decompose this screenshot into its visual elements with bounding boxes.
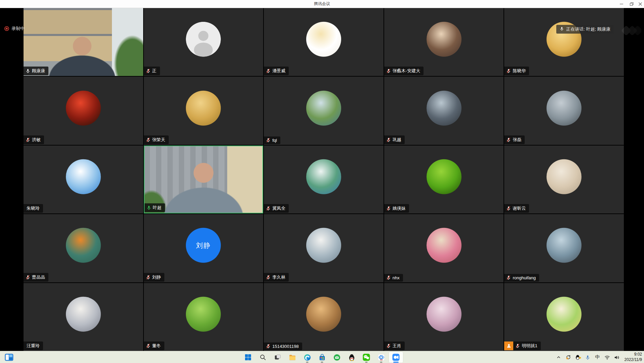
participant-name: 张荣天 <box>152 137 165 143</box>
person-badge-icon <box>504 341 513 350</box>
participant-plate: fql <box>264 136 280 144</box>
participant-nameplate: 正 <box>144 67 160 75</box>
taskbar-explorer-button[interactable] <box>285 352 300 363</box>
participant-tile[interactable]: 李久林 <box>264 214 384 282</box>
participant-nameplate: 姚侠妹 <box>384 204 409 213</box>
participant-tile[interactable]: fql <box>264 77 384 145</box>
taskbar-start-button[interactable] <box>241 352 255 363</box>
participant-plate: 15143001198 <box>264 342 302 350</box>
participant-nameplate: 朱晓玲 <box>24 204 43 213</box>
running-indicator <box>321 362 323 363</box>
recording-indicator: 录制中 <box>4 26 25 32</box>
taskbar: 中 9:02 2022/11/9 <box>0 351 644 363</box>
taskbar-clock[interactable]: 9:02 2022/11/9 <box>622 352 642 362</box>
participant-tile[interactable]: 顾康康 <box>24 8 143 76</box>
participant-tile[interactable]: 王肖 <box>384 283 504 351</box>
restore-button[interactable] <box>627 0 637 8</box>
mic-muted-icon <box>26 275 30 280</box>
participant-tile[interactable]: 正 <box>144 8 264 76</box>
explorer-icon <box>288 353 296 361</box>
participant-tile[interactable]: 15143001198 <box>264 283 384 351</box>
participant-tile[interactable]: 叶超 <box>144 146 264 213</box>
close-button[interactable] <box>637 0 644 8</box>
participant-tile[interactable]: 谢昕云 <box>504 146 624 213</box>
avatar <box>427 90 461 125</box>
taskbar-qq-button[interactable] <box>344 352 359 363</box>
minimize-button[interactable] <box>616 0 627 8</box>
tray-expand-button[interactable] <box>554 352 563 362</box>
tray-microphone-button[interactable] <box>583 352 592 362</box>
participant-tile[interactable]: 张磊 <box>504 77 624 145</box>
participant-nameplate: 15143001198 <box>264 342 302 350</box>
participant-tile[interactable]: nhx <box>384 214 504 282</box>
volume-button[interactable] <box>613 352 621 362</box>
taskbar-edge-button[interactable] <box>300 352 315 363</box>
tray-qq-button[interactable] <box>574 352 582 362</box>
participant-plate: 李久林 <box>264 273 289 282</box>
participant-tile[interactable]: 张荣天 <box>144 77 264 145</box>
avatar <box>306 159 341 194</box>
running-indicator <box>365 362 368 363</box>
tray-sync-button[interactable] <box>564 352 573 362</box>
participant-tile[interactable]: 朱晓玲 <box>24 146 143 213</box>
participant-nameplate: ronghuifang <box>504 274 539 282</box>
participant-nameplate: 张磊 <box>504 135 525 144</box>
wifi-button[interactable] <box>603 352 612 362</box>
meeting-icon <box>392 353 400 361</box>
participant-nameplate: 汪重玲 <box>24 341 43 350</box>
participant-nameplate: nhx <box>384 274 403 282</box>
participant-tile[interactable]: 陈晓华 <box>504 8 624 76</box>
participant-nameplate: 叶超 <box>145 203 165 212</box>
taskbar-mail-button[interactable] <box>329 352 344 363</box>
participant-plate: 朱晓玲 <box>24 204 43 213</box>
avatar <box>66 296 101 331</box>
participant-video <box>24 8 143 76</box>
qq-icon <box>575 354 581 360</box>
participant-grid: 顾康康正潘景威张蠡木-安建大陈晓华洪敏张荣天fql巩越张磊朱晓玲叶超冀凤全姚侠妹… <box>24 8 624 351</box>
participant-name: 明明就1 <box>522 343 537 349</box>
avatar <box>66 228 101 263</box>
avatar <box>547 296 581 331</box>
mic-muted-icon <box>386 206 391 211</box>
tray-microphone-icon <box>585 355 590 360</box>
mic-muted-icon <box>515 344 520 348</box>
show-desktop-button[interactable] <box>3 352 15 363</box>
participant-tile[interactable]: 冀凤全 <box>264 146 384 213</box>
participant-tile[interactable]: 明明就1 <box>504 283 624 351</box>
clock-time: 9:02 <box>625 352 642 357</box>
participant-tile[interactable]: 刘静刘静 <box>144 214 264 282</box>
participant-name: 张磊 <box>513 137 521 143</box>
participant-tile[interactable]: 张蠡木-安建大 <box>384 8 504 76</box>
taskbar-search-button[interactable] <box>255 352 270 363</box>
participant-name: 陈晓华 <box>513 68 526 74</box>
participant-tile[interactable]: 巩越 <box>384 77 504 145</box>
participant-nameplate: 冀凤全 <box>264 204 289 213</box>
participant-tile[interactable]: 董冬 <box>144 283 264 351</box>
mic-muted-icon <box>386 69 391 73</box>
taskbar-wechat-button[interactable] <box>359 352 374 363</box>
participant-tile[interactable]: ronghuifang <box>504 214 624 282</box>
avatar <box>186 296 221 331</box>
taskbar-taskview-button[interactable] <box>270 352 285 363</box>
taskbar-docs-button[interactable] <box>374 352 389 363</box>
participant-plate: 曹晶晶 <box>24 273 48 282</box>
mic-muted-icon <box>26 137 30 142</box>
participant-name: fql <box>272 138 277 143</box>
participant-nameplate: 张荣天 <box>144 135 169 144</box>
taskbar-meeting-button[interactable] <box>389 352 403 363</box>
participant-plate: 张磊 <box>504 135 525 144</box>
text-avatar: 刘静 <box>186 228 221 263</box>
ime-indicator[interactable]: 中 <box>593 352 602 362</box>
participant-tile[interactable]: 曹晶晶 <box>24 214 143 282</box>
participant-name: 董冬 <box>152 343 161 349</box>
participant-tile[interactable]: 洪敏 <box>24 77 143 145</box>
participant-tile[interactable]: 汪重玲 <box>24 283 143 351</box>
start-icon <box>244 353 252 361</box>
participant-name: 王肖 <box>393 343 401 349</box>
running-indicator <box>380 362 383 363</box>
close-icon <box>638 2 642 6</box>
taskbar-store-button[interactable] <box>315 352 329 363</box>
participant-tile[interactable]: 潘景威 <box>264 8 384 76</box>
participant-tile[interactable]: 姚侠妹 <box>384 146 504 213</box>
avatar <box>547 90 581 125</box>
